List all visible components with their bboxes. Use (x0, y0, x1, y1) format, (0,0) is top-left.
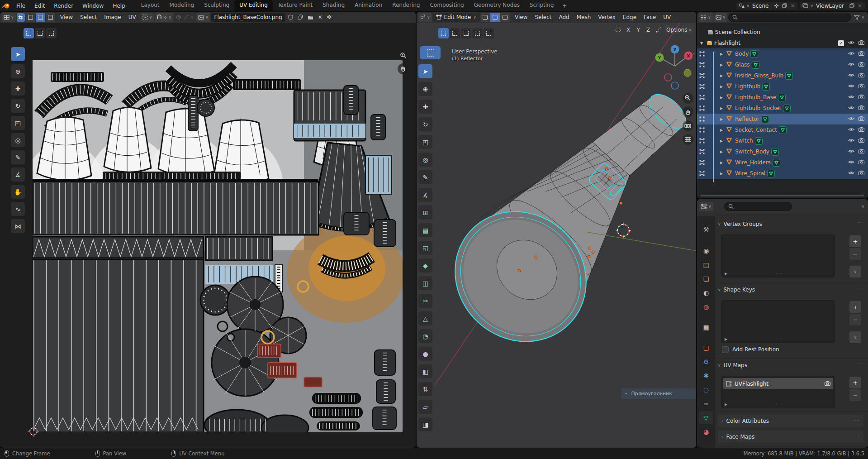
tab-world[interactable]: ◍ (699, 300, 713, 313)
vertex-group-add-button[interactable]: + (849, 235, 861, 247)
image-name[interactable]: Flashlight_BaseColor.png (214, 14, 282, 20)
uv-box-mode-extend[interactable] (35, 28, 45, 38)
outliner-search-input[interactable] (728, 13, 851, 22)
uv-2d-cursor[interactable] (28, 426, 39, 437)
outliner-object-row[interactable]: ▶ Wire_Holders (697, 157, 868, 168)
tab-render[interactable]: ◉ (699, 244, 713, 257)
mode-selector[interactable]: Edit Mode ∨ (433, 13, 479, 22)
pan-hand-button[interactable] (398, 63, 408, 74)
mesh-data-icon[interactable] (779, 126, 787, 134)
expand-icon[interactable]: ▶ (719, 85, 724, 89)
camera-visibility-icon[interactable] (859, 138, 864, 144)
expand-icon[interactable]: ▶ (719, 63, 724, 67)
camera-visibility-icon[interactable] (859, 159, 864, 166)
add-rest-position-checkbox[interactable] (722, 346, 729, 353)
hide-eye-icon[interactable] (848, 159, 854, 166)
uv-canvas[interactable] (33, 60, 403, 432)
editor-type-button[interactable]: ∨ (699, 202, 713, 211)
color-attributes-panel-header[interactable]: › Color Attributes ···· (718, 415, 863, 427)
viewlayer-selector[interactable]: ∨ ViewLayer ✕ (800, 1, 865, 10)
viewport-menu-item[interactable]: View (511, 14, 531, 20)
tab-constraints[interactable]: ∞ (699, 397, 713, 410)
outliner-object-row[interactable]: ▶ Switch (697, 135, 868, 146)
fake-user-shield-icon[interactable] (286, 13, 295, 22)
mesh-data-icon[interactable] (773, 159, 780, 167)
topbar-menu-item[interactable]: Edit (30, 3, 49, 9)
hide-eye-icon[interactable] (848, 72, 854, 79)
camera-visibility-icon[interactable] (859, 40, 864, 46)
editor-type-button[interactable]: ∨ (2, 13, 16, 22)
list-expand-icon[interactable]: ▶ (725, 337, 727, 341)
expand-icon[interactable]: ▶ (719, 52, 724, 56)
uv-tool-annotate[interactable]: ✎ (11, 150, 25, 164)
shape-key-remove-button[interactable]: − (849, 314, 861, 325)
close-icon[interactable]: ✕ (789, 3, 796, 9)
vertex-groups-panel-header[interactable]: ∨ Vertex Groups (718, 221, 762, 227)
expand-icon[interactable]: ▶ (719, 150, 724, 154)
uv-tool-pinch[interactable]: ⋈ (11, 219, 25, 233)
viewport-menu-item[interactable]: Add (555, 14, 573, 20)
workspace-tab[interactable]: Geometry Nodes (469, 0, 525, 11)
snap-target-button[interactable]: ∨ (418, 13, 432, 22)
tab-object-data[interactable]: ▽ (699, 411, 713, 424)
face-maps-panel-header[interactable]: › Face Maps ···· (718, 430, 863, 443)
uv-map-item[interactable]: UVFlashlight (723, 378, 833, 389)
tab-physics[interactable]: ◌ (699, 383, 713, 396)
uv-box-mode-subtract[interactable] (46, 28, 57, 38)
viewport-menu-item[interactable]: Select (531, 14, 555, 20)
mesh-data-icon[interactable] (778, 94, 786, 101)
vp-mode-edge[interactable] (490, 13, 500, 22)
tab-scene[interactable]: ◐ (699, 286, 713, 299)
mesh-data-icon[interactable] (785, 72, 793, 80)
pin-icon[interactable]: ✜ (325, 13, 333, 22)
uv-menu-item[interactable]: Image (100, 14, 125, 20)
mesh-data-icon[interactable] (755, 137, 763, 145)
collapse-icon[interactable]: ▼ (699, 41, 704, 45)
uv-map-remove-button[interactable]: − (849, 389, 861, 401)
viewport-menu-item[interactable]: Mesh (573, 14, 595, 20)
vp-mode-vertex[interactable] (480, 13, 490, 22)
uv-tool-measure[interactable]: ∡ (11, 167, 25, 182)
properties-options-button[interactable]: ∨ (859, 202, 866, 211)
expand-icon[interactable]: ▶ (719, 128, 724, 132)
tab-particles[interactable]: ✱ (699, 369, 713, 382)
new-viewlayer-icon[interactable] (849, 3, 855, 8)
open-image-folder-icon[interactable] (306, 13, 315, 22)
zoom-in-button[interactable] (398, 50, 408, 61)
uv-menu-item[interactable]: UV (125, 14, 140, 20)
outliner-object-row[interactable]: ▶ Wire_Spiral (697, 168, 868, 179)
workspace-tab[interactable]: Sculpting (199, 0, 234, 11)
outliner-object-row[interactable]: ▶ Lightbulb_Socket (697, 103, 868, 114)
viewport-menu-item[interactable]: Vertex (594, 14, 619, 20)
workspace-tab[interactable]: Shading (318, 0, 350, 11)
viewport-menu-item[interactable]: Edge (619, 14, 640, 20)
uv-maps-list[interactable]: UVFlashlight ▶···· (721, 376, 835, 408)
expand-icon[interactable]: ▶ (719, 117, 724, 121)
tab-tool[interactable]: ⚒ (699, 223, 713, 236)
image-browse-button[interactable]: ∨ (196, 13, 210, 22)
uv-tool-relax[interactable]: ∿ (11, 202, 25, 216)
workspace-tab[interactable]: Modeling (165, 0, 199, 11)
uv-select-mode-face[interactable] (46, 13, 56, 22)
outliner-object-row[interactable]: ▶ Inside_Glass_Bulb (697, 70, 868, 81)
vertex-group-specials-button[interactable]: ∨ (849, 266, 861, 277)
uv-tool-rotate[interactable]: ↻ (11, 99, 25, 113)
topbar-menu-item[interactable]: Help (108, 3, 129, 9)
panel-grip[interactable]: ···· (857, 362, 863, 366)
outliner-object-row[interactable]: ▶ Lightbulb_Base (697, 92, 868, 103)
workspace-tab[interactable]: Texture Paint (273, 0, 318, 11)
pivot-point-button[interactable]: ∨ (141, 13, 154, 22)
blender-logo-icon[interactable] (0, 3, 12, 9)
outliner-object-row[interactable]: ▶ Glass (697, 59, 868, 70)
outliner-scrollbar[interactable] (701, 195, 864, 196)
workspace-tab[interactable]: Scripting (525, 0, 559, 11)
hide-eye-icon[interactable] (848, 40, 854, 46)
hide-eye-icon[interactable] (848, 105, 854, 111)
tab-object[interactable]: ▢ (699, 341, 713, 354)
viewport-scene[interactable]: Z X Y ‹ (417, 23, 696, 448)
properties-search-input[interactable] (724, 202, 792, 211)
hide-eye-icon[interactable] (848, 116, 854, 122)
vp-mode-face[interactable] (500, 13, 510, 22)
panel-grip[interactable]: ···· (857, 287, 863, 291)
uv-box-mode-set[interactable] (24, 28, 34, 38)
